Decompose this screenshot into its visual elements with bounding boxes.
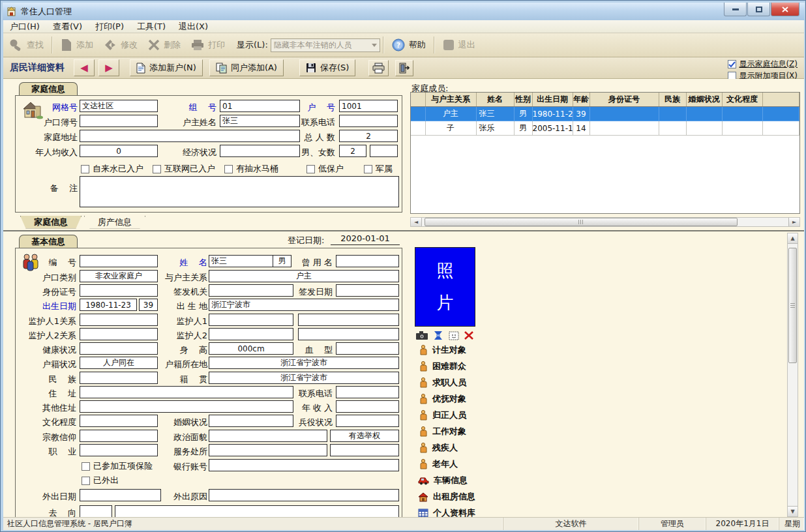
maximize-button[interactable] <box>747 3 770 16</box>
politics-input[interactable] <box>209 430 327 442</box>
category-personal-archive[interactable]: 个人资料库 <box>418 507 475 517</box>
hukou-type-input[interactable] <box>80 270 158 282</box>
age-input[interactable] <box>139 299 158 311</box>
modify-button[interactable]: 修改 <box>98 37 143 53</box>
camera-icon[interactable] <box>416 331 428 340</box>
flush-toilet-checkbox[interactable]: 有抽水马桶 <box>224 163 278 175</box>
guardian2-relation-input[interactable] <box>80 328 158 340</box>
scroll-down-button[interactable]: ▼ <box>788 506 798 516</box>
guardian1-input[interactable] <box>209 314 293 326</box>
tab-family-info[interactable]: 家庭信息 <box>20 216 82 229</box>
household-head-input[interactable] <box>220 115 300 127</box>
destination-input[interactable] <box>115 505 399 517</box>
category-rehabilitated[interactable]: 归正人员 <box>419 409 466 421</box>
category-special-care[interactable]: 优抚对象 <box>419 393 466 405</box>
col-sex[interactable]: 性别 <box>514 93 532 107</box>
show-family-info-option[interactable]: 显示家庭信息(Z) <box>728 59 798 70</box>
family-address-input[interactable] <box>80 130 300 142</box>
scroll-up-button[interactable]: ▲ <box>788 233 798 244</box>
category-rental-housing-info[interactable]: 出租房信息 <box>418 491 475 503</box>
native-place-input[interactable] <box>209 372 399 384</box>
male-count-input[interactable] <box>339 145 366 157</box>
contact-phone-input[interactable] <box>336 386 399 398</box>
workplace-extra-input[interactable] <box>330 444 399 456</box>
menu-item-print[interactable]: 打印(P) <box>89 20 130 34</box>
minimize-button[interactable] <box>724 3 747 16</box>
category-vehicle-info[interactable]: 车辆信息 <box>418 475 468 486</box>
next-record-button[interactable]: ▶ <box>98 59 119 76</box>
religion-input[interactable] <box>80 430 158 442</box>
ethnic-input[interactable] <box>80 372 158 384</box>
scrollbar-thumb[interactable] <box>788 248 797 363</box>
address-input[interactable] <box>80 386 293 398</box>
grid-number-input[interactable] <box>80 100 158 112</box>
five-insurance-checkbox[interactable]: 已参加五项保险 <box>82 460 153 472</box>
education-input[interactable] <box>80 415 158 427</box>
print-record-button[interactable] <box>368 60 389 76</box>
add-same-household-button[interactable]: 同户添加(A) <box>209 59 284 76</box>
issue-date-input[interactable] <box>336 284 399 297</box>
col-marriage[interactable]: 婚姻状况 <box>686 93 722 107</box>
members-horizontal-scrollbar[interactable]: ◄ ► <box>410 217 800 227</box>
detail-vertical-scrollbar[interactable]: ▲ ▼ <box>787 233 798 517</box>
destination-code-input[interactable] <box>80 505 112 517</box>
col-birthdate[interactable]: 出生日期 <box>532 93 573 107</box>
booklet-number-input[interactable] <box>80 115 158 127</box>
person-name-input[interactable] <box>209 255 273 267</box>
guardian2-input[interactable] <box>209 328 293 340</box>
workplace-input[interactable] <box>209 444 327 456</box>
guardian2-extra-input[interactable] <box>298 328 399 340</box>
id-number-input[interactable] <box>80 284 158 297</box>
col-id-number[interactable]: 身份证号 <box>590 93 659 107</box>
height-input[interactable] <box>209 342 293 355</box>
close-button[interactable] <box>771 3 799 16</box>
household-number-input[interactable] <box>339 100 398 112</box>
exit-button[interactable]: 退出 <box>438 37 481 53</box>
avg-income-input[interactable] <box>80 145 158 157</box>
marriage-status-input[interactable] <box>209 415 293 427</box>
hukou-status-input[interactable] <box>80 357 158 369</box>
close-detail-button[interactable] <box>395 60 413 76</box>
print-button[interactable]: 打印 <box>186 37 230 53</box>
col-name[interactable]: 姓名 <box>476 93 514 107</box>
category-job-seekers[interactable]: 求职人员 <box>419 377 466 389</box>
out-reason-input[interactable] <box>209 489 399 501</box>
occupation-input[interactable] <box>80 444 158 456</box>
low-income-checkbox[interactable]: 低保户 <box>306 163 344 175</box>
previous-record-button[interactable]: ◀ <box>74 59 95 76</box>
menu-item-household[interactable]: 户口(H) <box>3 20 46 34</box>
former-name-input[interactable] <box>336 255 399 267</box>
family-phone-input[interactable] <box>339 115 398 127</box>
military-service-input[interactable] <box>336 415 399 427</box>
other-address-input[interactable] <box>80 400 293 413</box>
category-disabled[interactable]: 残疾人 <box>419 442 458 454</box>
menu-item-view[interactable]: 查看(V) <box>46 20 89 34</box>
out-date-input[interactable] <box>80 489 161 501</box>
scroll-right-button[interactable]: ► <box>788 218 799 226</box>
birthplace-input[interactable] <box>209 299 399 311</box>
person-number-input[interactable] <box>80 255 158 267</box>
internet-checkbox[interactable]: 互联网已入户 <box>153 163 215 175</box>
menu-item-tools[interactable]: 工具(T) <box>130 20 172 34</box>
relation-to-head-input[interactable] <box>209 270 399 282</box>
scroll-left-button[interactable]: ◄ <box>411 218 422 226</box>
scanner-icon[interactable] <box>433 331 443 340</box>
help-button[interactable]: ? 帮助 <box>387 37 431 53</box>
hukou-place-input[interactable] <box>209 357 399 369</box>
delete-button[interactable]: 删除 <box>143 37 186 53</box>
table-row[interactable]: 子 张乐 男 2005-11-10 14 <box>411 121 799 136</box>
menu-item-exit[interactable]: 退出(X) <box>172 20 215 34</box>
issue-org-input[interactable] <box>209 284 293 297</box>
picture-icon[interactable] <box>449 331 459 340</box>
scrollbar-thumb[interactable] <box>425 218 738 226</box>
birth-date-input[interactable] <box>80 299 137 311</box>
col-ethnic[interactable]: 民族 <box>659 93 686 107</box>
table-row[interactable]: 户主 张三 男 1980-11-23 39 <box>411 107 799 121</box>
category-work-targets[interactable]: 工作对象 <box>419 426 466 437</box>
category-elderly[interactable]: 老年人 <box>419 458 458 470</box>
gone-out-checkbox[interactable]: 已外出 <box>82 475 119 486</box>
save-button[interactable]: 保存(S) <box>299 59 355 76</box>
bank-account-input[interactable] <box>209 459 399 471</box>
add-new-household-button[interactable]: 添加新户(N) <box>130 59 203 76</box>
col-education[interactable]: 文化程度 <box>722 93 762 107</box>
